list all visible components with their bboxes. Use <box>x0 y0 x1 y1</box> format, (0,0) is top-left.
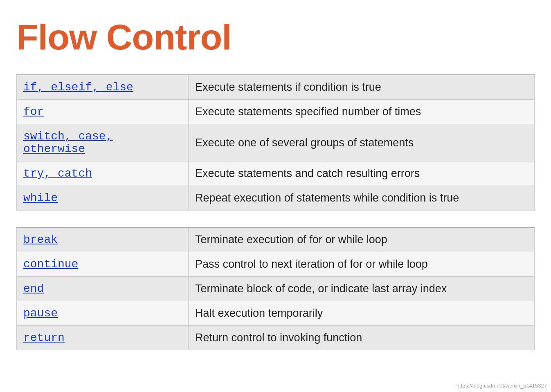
keyword-cell[interactable]: continue <box>17 252 189 277</box>
description-cell: Terminate execution of for or while loop <box>189 227 535 252</box>
keyword-cell[interactable]: return <box>17 326 189 350</box>
watermark: https://blog.csdn.net/weixin_51415327 <box>457 383 547 389</box>
description-cell: Return control to invoking function <box>189 326 535 350</box>
table-row: returnReturn control to invoking functio… <box>17 326 535 350</box>
table-row: continuePass control to next iteration o… <box>17 252 535 277</box>
description-cell: Terminate block of code, or indicate las… <box>189 277 535 301</box>
table-row: pauseHalt execution temporarily <box>17 301 535 326</box>
page-container: Flow Control if, elseif, elseExecute sta… <box>0 0 551 383</box>
description-cell: Pass control to next iteration of for or… <box>189 252 535 277</box>
description-cell: Halt execution temporarily <box>189 301 535 326</box>
description-cell: Repeat execution of statements while con… <box>189 186 535 211</box>
table-row: endTerminate block of code, or indicate … <box>17 277 535 301</box>
control-keywords-table: breakTerminate execution of for or while… <box>16 227 535 350</box>
table-row: breakTerminate execution of for or while… <box>17 227 535 252</box>
flow-control-table: if, elseif, elseExecute statements if co… <box>16 74 535 211</box>
table-row: forExecute statements specified number o… <box>17 100 535 124</box>
page-title: Flow Control <box>16 16 535 58</box>
description-cell: Execute statements if condition is true <box>189 75 535 100</box>
table-row: if, elseif, elseExecute statements if co… <box>17 75 535 100</box>
keyword-cell[interactable]: try, catch <box>17 161 189 186</box>
description-cell: Execute one of several groups of stateme… <box>189 124 535 161</box>
description-cell: Execute statements and catch resulting e… <box>189 161 535 186</box>
table-row: try, catchExecute statements and catch r… <box>17 161 535 186</box>
table-row: switch, case,otherwiseExecute one of sev… <box>17 124 535 161</box>
keyword-cell[interactable]: while <box>17 186 189 211</box>
keyword-cell[interactable]: pause <box>17 301 189 326</box>
keyword-cell[interactable]: end <box>17 277 189 301</box>
keyword-cell[interactable]: switch, case,otherwise <box>17 124 189 161</box>
keyword-cell[interactable]: if, elseif, else <box>17 75 189 100</box>
description-cell: Execute statements specified number of t… <box>189 100 535 124</box>
table-row: whileRepeat execution of statements whil… <box>17 186 535 211</box>
keyword-cell[interactable]: for <box>17 100 189 124</box>
keyword-cell[interactable]: break <box>17 227 189 252</box>
